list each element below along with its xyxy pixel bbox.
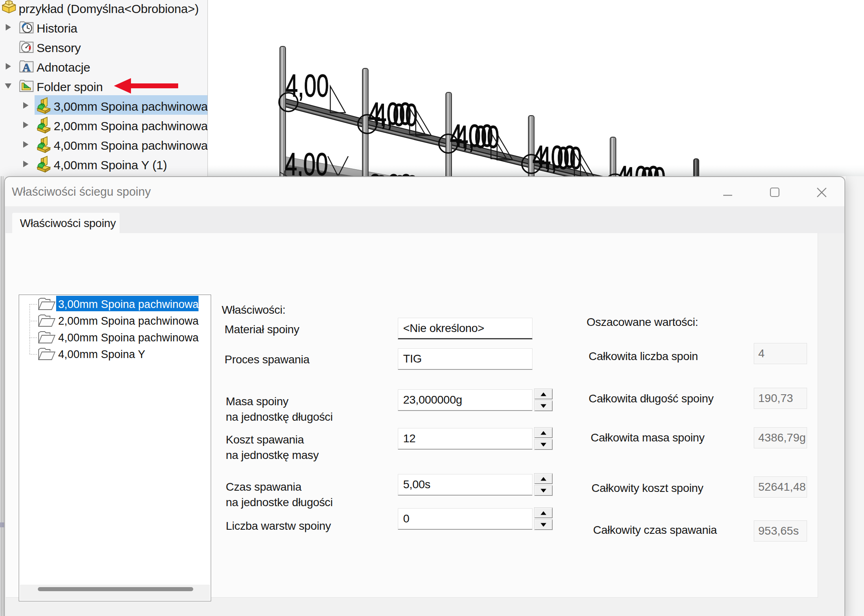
svg-text:3,00: 3,00 [375, 168, 418, 176]
svg-text:4,00: 4,00 [622, 160, 665, 176]
svg-text:A: A [22, 61, 31, 73]
svg-text:4,00: 4,00 [374, 97, 417, 132]
svg-text:4,00: 4,00 [456, 119, 499, 154]
svg-text:4,00: 4,00 [539, 140, 582, 175]
svg-text:4,00: 4,00 [285, 146, 328, 176]
svg-text:4,00: 4,00 [286, 68, 329, 103]
